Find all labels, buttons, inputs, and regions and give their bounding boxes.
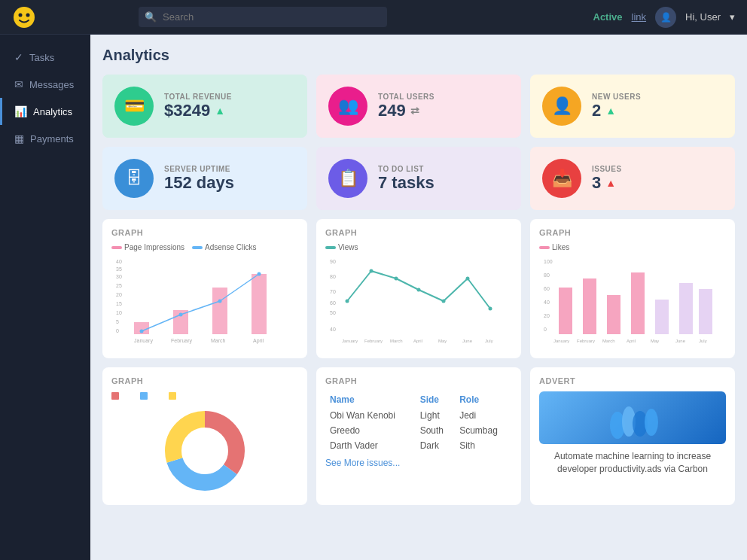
revenue-trend-icon: ▲ [215,105,225,117]
graph-card-3: GRAPH Likes 100 80 60 40 20 0 [530,219,735,358]
sidebar-item-messages[interactable]: ✉ Messages [0,71,90,98]
svg-text:January: January [553,339,569,343]
svg-rect-56 [699,289,712,334]
svg-text:40: 40 [116,259,122,264]
svg-rect-50 [559,288,572,334]
svg-text:20: 20 [116,292,122,297]
issues-table: Name Side Role Obi Wan Kenobi Light Jedi… [325,391,512,453]
graph4-title: GRAPH [111,376,298,385]
new-users-info: NEW USERS 2 ▲ [592,93,723,120]
svg-text:80: 80 [544,272,550,278]
todo-value: 7 tasks [378,173,509,193]
svg-text:March: March [602,339,615,343]
stat-cards-row: 💳 TOTAL REVENUE $3249 ▲ 👥 TOTAL USERS 24… [102,75,735,210]
main-content: Analytics 💳 TOTAL REVENUE $3249 ▲ 👥 TOTA… [90,35,747,560]
graph2-chart: 90 80 70 60 50 40 January [325,256,512,346]
graph3-legend: Likes [539,243,726,251]
svg-rect-55 [679,283,693,334]
advert-title: ADVERT [539,376,726,385]
row1-side: Light [416,408,455,423]
analytics-icon: 📊 [14,105,27,117]
svg-point-32 [395,277,398,281]
svg-text:20: 20 [544,313,550,318]
users-label: TOTAL USERS [378,93,509,101]
users-icon: 👥 [328,87,367,126]
revenue-value: $3249 ▲ [164,101,295,120]
row3-side: Dark [416,438,455,453]
svg-text:40: 40 [544,300,550,305]
sidebar-item-tasks[interactable]: ✓ Tasks [0,44,90,71]
svg-text:70: 70 [330,289,336,294]
svg-text:90: 90 [330,259,336,264]
issues-value: 3 ▲ [592,173,723,193]
stat-card-todo: 📋 TO DO LIST 7 tasks [316,147,521,210]
svg-text:January: January [134,338,153,344]
svg-rect-53 [631,272,645,334]
active-status: Active [593,11,623,23]
logo [12,5,36,29]
todo-icon: 📋 [328,159,367,198]
svg-text:July: July [699,339,707,343]
svg-point-18 [218,300,222,303]
svg-text:June: June [462,339,473,343]
donut-legend: P1 P2 P3 [111,391,298,400]
new-users-value: 2 ▲ [592,101,723,120]
advert-text: Automate machine learning to increase de… [539,450,726,476]
user-chevron-icon: ▾ [730,11,735,23]
stat-card-server-uptime: 🗄 SERVER UPTIME 152 days [102,147,307,210]
donut-chart [160,406,250,496]
table-row: Darth Vader Dark Sith [325,438,512,453]
svg-point-36 [489,307,492,311]
user-label: Hi, User [685,11,721,23]
stat-card-new-users: 👤 NEW USERS 2 ▲ [530,75,735,138]
sidebar-label-analytics: Analytics [33,106,72,117]
row3-role: Sith [455,438,512,453]
svg-text:May: May [438,339,447,343]
graph3-chart: 100 80 60 40 20 0 January Febru [539,256,726,346]
svg-text:February: February [171,338,193,344]
svg-point-30 [346,300,349,303]
svg-text:May: May [651,339,659,343]
top-nav: 🔍 Active link 👤 Hi, User ▾ [0,0,747,35]
legend-p2 [140,392,148,400]
revenue-label: TOTAL REVENUE [164,93,295,101]
server-info: SERVER UPTIME 152 days [164,165,295,193]
nav-link[interactable]: link [632,11,647,23]
legend-p1 [111,392,119,400]
svg-point-1 [19,13,23,17]
server-label: SERVER UPTIME [164,165,295,173]
graph-card-1: GRAPH Page Impressions Adsense Clicks 40… [102,219,307,358]
search-icon: 🔍 [145,11,157,23]
svg-text:February: February [364,339,383,343]
sidebar-label-messages: Messages [29,79,74,90]
svg-text:80: 80 [330,274,336,279]
svg-point-33 [417,288,421,292]
svg-text:40: 40 [330,327,336,332]
table-row: Greedo South Scumbag [325,423,512,438]
svg-text:15: 15 [116,301,122,306]
graph5-title: GRAPH [325,376,512,385]
table-row: Obi Wan Kenobi Light Jedi [325,408,512,423]
users-trend-icon: ⇄ [410,105,419,117]
see-more-link[interactable]: See More issues... [325,458,400,468]
svg-text:April: April [627,339,636,343]
svg-rect-54 [655,300,669,334]
graph1-chart: 40 35 30 25 20 15 10 5 0 [111,256,298,346]
search-input[interactable] [139,7,387,27]
sidebar-item-analytics[interactable]: 📊 Analytics [0,98,90,125]
row2-name: Greedo [325,423,416,438]
row3-name: Darth Vader [325,438,416,453]
svg-text:March: March [390,339,403,343]
revenue-icon: 💳 [114,87,154,126]
page-title: Analytics [102,47,735,64]
svg-point-16 [140,330,144,333]
nav-right: Active link 👤 Hi, User ▾ [593,7,736,28]
stat-card-total-revenue: 💳 TOTAL REVENUE $3249 ▲ [102,75,307,138]
todo-info: TO DO LIST 7 tasks [378,165,509,193]
svg-rect-14 [212,288,227,334]
svg-point-31 [370,269,374,273]
todo-label: TO DO LIST [378,165,509,173]
issues-info: ISSUES 3 ▲ [592,165,723,193]
sidebar-item-payments[interactable]: ▦ Payments [0,125,90,152]
row2-side: South [416,423,455,438]
